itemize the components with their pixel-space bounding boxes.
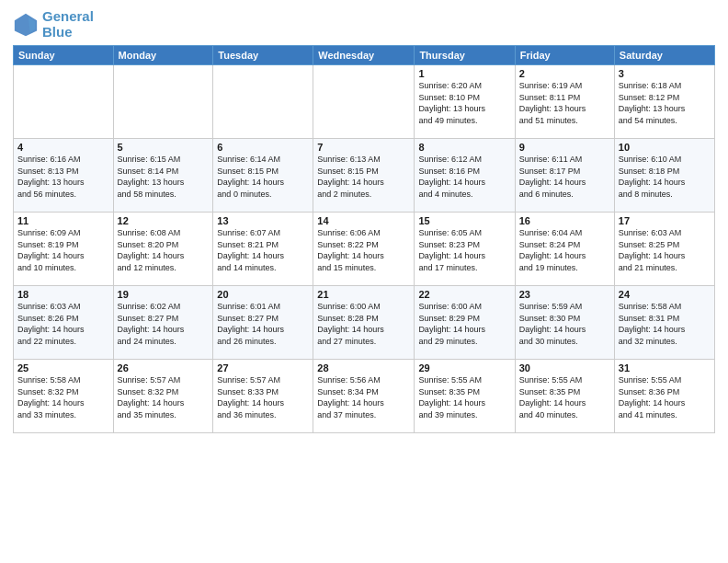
day-number: 25 xyxy=(17,362,109,373)
calendar-cell: 4Sunrise: 6:16 AM Sunset: 8:13 PM Daylig… xyxy=(14,139,114,213)
day-info: Sunrise: 6:19 AM Sunset: 8:11 PM Dayligh… xyxy=(519,80,610,126)
calendar-cell: 1Sunrise: 6:20 AM Sunset: 8:10 PM Daylig… xyxy=(415,65,515,139)
calendar-cell xyxy=(313,65,415,139)
day-info: Sunrise: 6:18 AM Sunset: 8:12 PM Dayligh… xyxy=(619,80,711,126)
day-number: 31 xyxy=(619,362,711,373)
day-number: 8 xyxy=(418,142,510,153)
day-info: Sunrise: 6:00 AM Sunset: 8:28 PM Dayligh… xyxy=(317,301,410,347)
day-info: Sunrise: 5:57 AM Sunset: 8:33 PM Dayligh… xyxy=(217,374,309,420)
day-info: Sunrise: 6:20 AM Sunset: 8:10 PM Dayligh… xyxy=(418,80,510,126)
day-number: 12 xyxy=(118,215,210,226)
calendar-cell: 7Sunrise: 6:13 AM Sunset: 8:15 PM Daylig… xyxy=(313,139,415,213)
logo-icon xyxy=(13,12,39,38)
day-info: Sunrise: 6:12 AM Sunset: 8:16 PM Dayligh… xyxy=(418,154,510,200)
day-number: 5 xyxy=(118,142,210,153)
calendar-cell: 3Sunrise: 6:18 AM Sunset: 8:12 PM Daylig… xyxy=(614,65,714,139)
day-info: Sunrise: 6:03 AM Sunset: 8:26 PM Dayligh… xyxy=(17,301,109,347)
day-info: Sunrise: 6:11 AM Sunset: 8:17 PM Dayligh… xyxy=(519,154,610,200)
day-number: 3 xyxy=(619,68,711,79)
calendar-cell: 31Sunrise: 5:55 AM Sunset: 8:36 PM Dayli… xyxy=(614,360,714,433)
calendar-week-4: 18Sunrise: 6:03 AM Sunset: 8:26 PM Dayli… xyxy=(14,286,715,360)
day-info: Sunrise: 5:55 AM Sunset: 8:35 PM Dayligh… xyxy=(418,374,510,420)
calendar-cell: 19Sunrise: 6:02 AM Sunset: 8:27 PM Dayli… xyxy=(113,286,213,360)
day-number: 13 xyxy=(217,215,309,226)
day-number: 10 xyxy=(619,142,711,153)
day-info: Sunrise: 6:01 AM Sunset: 8:27 PM Dayligh… xyxy=(217,301,309,347)
day-info: Sunrise: 6:09 AM Sunset: 8:19 PM Dayligh… xyxy=(17,227,109,273)
calendar-cell: 20Sunrise: 6:01 AM Sunset: 8:27 PM Dayli… xyxy=(213,286,313,360)
calendar-cell: 6Sunrise: 6:14 AM Sunset: 8:15 PM Daylig… xyxy=(213,139,313,213)
calendar-cell: 12Sunrise: 6:08 AM Sunset: 8:20 PM Dayli… xyxy=(113,213,213,286)
day-info: Sunrise: 6:04 AM Sunset: 8:24 PM Dayligh… xyxy=(519,227,610,273)
calendar-dow-saturday: Saturday xyxy=(614,46,714,65)
calendar-cell: 25Sunrise: 5:58 AM Sunset: 8:32 PM Dayli… xyxy=(14,360,114,433)
day-info: Sunrise: 6:00 AM Sunset: 8:29 PM Dayligh… xyxy=(418,301,510,347)
day-number: 22 xyxy=(418,289,510,300)
calendar-cell: 23Sunrise: 5:59 AM Sunset: 8:30 PM Dayli… xyxy=(515,286,614,360)
calendar-dow-monday: Monday xyxy=(113,46,213,65)
day-number: 14 xyxy=(317,215,410,226)
calendar-cell: 18Sunrise: 6:03 AM Sunset: 8:26 PM Dayli… xyxy=(14,286,114,360)
calendar-cell: 26Sunrise: 5:57 AM Sunset: 8:32 PM Dayli… xyxy=(113,360,213,433)
calendar-cell: 5Sunrise: 6:15 AM Sunset: 8:14 PM Daylig… xyxy=(113,139,213,213)
header: General Blue xyxy=(13,9,715,40)
logo: General Blue xyxy=(13,9,94,40)
calendar-cell: 8Sunrise: 6:12 AM Sunset: 8:16 PM Daylig… xyxy=(415,139,515,213)
day-info: Sunrise: 5:57 AM Sunset: 8:32 PM Dayligh… xyxy=(118,374,210,420)
day-info: Sunrise: 6:15 AM Sunset: 8:14 PM Dayligh… xyxy=(118,154,210,200)
calendar-week-2: 4Sunrise: 6:16 AM Sunset: 8:13 PM Daylig… xyxy=(14,139,715,213)
day-number: 27 xyxy=(217,362,309,373)
calendar-week-1: 1Sunrise: 6:20 AM Sunset: 8:10 PM Daylig… xyxy=(14,65,715,139)
calendar-dow-sunday: Sunday xyxy=(14,46,114,65)
day-info: Sunrise: 6:07 AM Sunset: 8:21 PM Dayligh… xyxy=(217,227,309,273)
day-info: Sunrise: 6:08 AM Sunset: 8:20 PM Dayligh… xyxy=(118,227,210,273)
calendar-cell xyxy=(113,65,213,139)
day-number: 9 xyxy=(519,142,610,153)
day-number: 26 xyxy=(118,362,210,373)
calendar-cell xyxy=(14,65,114,139)
day-info: Sunrise: 6:10 AM Sunset: 8:18 PM Dayligh… xyxy=(619,154,711,200)
calendar-cell: 30Sunrise: 5:55 AM Sunset: 8:35 PM Dayli… xyxy=(515,360,614,433)
day-number: 20 xyxy=(217,289,309,300)
day-info: Sunrise: 5:55 AM Sunset: 8:36 PM Dayligh… xyxy=(619,374,711,420)
day-number: 29 xyxy=(418,362,510,373)
calendar-dow-wednesday: Wednesday xyxy=(313,46,415,65)
day-number: 1 xyxy=(418,68,510,79)
day-number: 23 xyxy=(519,289,610,300)
day-info: Sunrise: 6:05 AM Sunset: 8:23 PM Dayligh… xyxy=(418,227,510,273)
calendar-cell: 28Sunrise: 5:56 AM Sunset: 8:34 PM Dayli… xyxy=(313,360,415,433)
calendar-cell: 9Sunrise: 6:11 AM Sunset: 8:17 PM Daylig… xyxy=(515,139,614,213)
day-info: Sunrise: 6:13 AM Sunset: 8:15 PM Dayligh… xyxy=(317,154,410,200)
day-number: 11 xyxy=(17,215,109,226)
day-info: Sunrise: 5:56 AM Sunset: 8:34 PM Dayligh… xyxy=(317,374,410,420)
calendar-cell: 15Sunrise: 6:05 AM Sunset: 8:23 PM Dayli… xyxy=(415,213,515,286)
day-number: 6 xyxy=(217,142,309,153)
day-info: Sunrise: 5:58 AM Sunset: 8:32 PM Dayligh… xyxy=(17,374,109,420)
day-info: Sunrise: 5:55 AM Sunset: 8:35 PM Dayligh… xyxy=(519,374,610,420)
calendar-header-row: SundayMondayTuesdayWednesdayThursdayFrid… xyxy=(14,46,715,65)
day-number: 28 xyxy=(317,362,410,373)
calendar-cell xyxy=(213,65,313,139)
day-number: 18 xyxy=(17,289,109,300)
day-number: 15 xyxy=(418,215,510,226)
day-info: Sunrise: 6:06 AM Sunset: 8:22 PM Dayligh… xyxy=(317,227,410,273)
calendar-dow-thursday: Thursday xyxy=(415,46,515,65)
calendar-cell: 13Sunrise: 6:07 AM Sunset: 8:21 PM Dayli… xyxy=(213,213,313,286)
calendar-cell: 10Sunrise: 6:10 AM Sunset: 8:18 PM Dayli… xyxy=(614,139,714,213)
page: General Blue SundayMondayTuesdayWednesda… xyxy=(0,0,728,563)
calendar-dow-tuesday: Tuesday xyxy=(213,46,313,65)
day-info: Sunrise: 5:59 AM Sunset: 8:30 PM Dayligh… xyxy=(519,301,610,347)
day-number: 16 xyxy=(519,215,610,226)
day-info: Sunrise: 6:02 AM Sunset: 8:27 PM Dayligh… xyxy=(118,301,210,347)
logo-text: General Blue xyxy=(42,9,94,40)
calendar-cell: 22Sunrise: 6:00 AM Sunset: 8:29 PM Dayli… xyxy=(415,286,515,360)
day-number: 19 xyxy=(118,289,210,300)
day-number: 30 xyxy=(519,362,610,373)
calendar-cell: 27Sunrise: 5:57 AM Sunset: 8:33 PM Dayli… xyxy=(213,360,313,433)
calendar-week-3: 11Sunrise: 6:09 AM Sunset: 8:19 PM Dayli… xyxy=(14,213,715,286)
day-info: Sunrise: 6:14 AM Sunset: 8:15 PM Dayligh… xyxy=(217,154,309,200)
calendar-cell: 14Sunrise: 6:06 AM Sunset: 8:22 PM Dayli… xyxy=(313,213,415,286)
calendar-week-5: 25Sunrise: 5:58 AM Sunset: 8:32 PM Dayli… xyxy=(14,360,715,433)
calendar-table: SundayMondayTuesdayWednesdayThursdayFrid… xyxy=(13,45,715,433)
day-number: 21 xyxy=(317,289,410,300)
